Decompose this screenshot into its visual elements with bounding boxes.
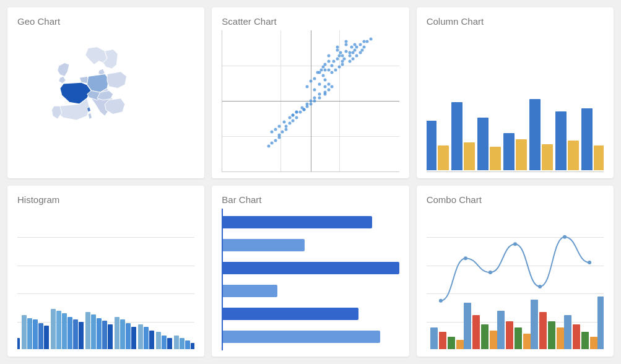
histogram-title: Histogram: [17, 194, 194, 205]
scatter-dot: [331, 71, 334, 74]
scatter-plot: [222, 30, 399, 172]
geo-map-svg: [17, 30, 194, 172]
bar-fill: [223, 216, 372, 228]
scatter-dot: [358, 51, 362, 54]
scatter-dot: [306, 102, 309, 105]
combo-line-dot: [513, 242, 517, 246]
scatter-dot: [352, 57, 355, 60]
column-bar-yellow: [594, 145, 604, 170]
column-bar-yellow: [542, 144, 553, 170]
scatter-dot: [313, 88, 316, 91]
combo-plot: [427, 209, 604, 350]
histo-bar: [27, 318, 32, 349]
scatter-dot: [306, 105, 309, 108]
scatter-dot: [295, 116, 298, 119]
histo-bar: [17, 338, 20, 349]
scatter-dot: [332, 60, 336, 63]
bar-fill: [223, 285, 277, 297]
scatter-dot: [292, 119, 295, 122]
scatter-dot: [271, 131, 274, 134]
bar-row: [223, 262, 399, 274]
scatter-dot: [355, 54, 358, 58]
scatter-dot: [277, 125, 280, 128]
histogram-area: [17, 209, 194, 350]
column-bar-blue: [529, 99, 541, 170]
scatter-dot: [318, 92, 321, 95]
column-group: [529, 99, 553, 170]
column-bar-blue: [581, 108, 593, 170]
column-chart-area: [427, 30, 604, 172]
histo-group: [85, 312, 113, 349]
histogram-card: Histogram: [7, 186, 204, 357]
column-bar-yellow: [438, 145, 449, 170]
histogram-plot: [17, 209, 194, 350]
combo-line-dot: [538, 285, 542, 288]
histo-bar: [33, 319, 38, 349]
histo-bar: [108, 324, 113, 349]
scatter-dot: [327, 68, 330, 71]
scatter-dot: [327, 88, 330, 91]
scatter-dot: [306, 85, 309, 89]
combo-line: [441, 237, 589, 301]
histogram-bars: [17, 309, 194, 349]
scatter-dot: [318, 82, 321, 85]
histo-bar: [85, 312, 90, 349]
scatter-dot: [327, 82, 330, 85]
column-bar-blue: [451, 102, 462, 170]
histo-bar: [191, 343, 194, 349]
scatter-dot: [316, 71, 319, 74]
scatter-dot: [348, 60, 351, 63]
bar-chart-area: [222, 209, 399, 350]
column-group: [451, 102, 475, 170]
scatter-dot: [362, 40, 365, 43]
scatter-dot: [336, 46, 339, 49]
bar-row: [223, 308, 399, 320]
histo-bar: [131, 327, 136, 349]
scatter-dot: [345, 50, 348, 53]
scatter-dot: [331, 64, 334, 67]
histo-bar: [115, 317, 119, 349]
column-chart-card: Column Chart: [417, 7, 614, 178]
column-bar-yellow: [464, 142, 475, 170]
histo-group: [22, 315, 49, 349]
scatter-dot: [354, 43, 357, 46]
scatter-dot: [309, 80, 312, 83]
combo-line-svg: [427, 209, 604, 350]
scatter-dot: [295, 111, 298, 114]
scatter-dot: [366, 40, 369, 43]
scatter-dot: [350, 46, 353, 49]
scatter-dot: [323, 68, 326, 71]
column-group: [477, 118, 501, 170]
column-bar-yellow: [568, 141, 579, 170]
column-chart-title: Column Chart: [427, 16, 604, 27]
column-bar-blue: [555, 111, 567, 170]
column-bar-blue: [477, 118, 489, 170]
scatter-dot: [300, 106, 303, 110]
scatter-dot: [341, 63, 344, 66]
bar-row: [223, 239, 399, 251]
scatter-dot: [348, 51, 351, 54]
scatter-dot: [337, 54, 341, 58]
histo-group: [115, 317, 136, 349]
scatter-dot: [370, 37, 373, 40]
scatter-dot: [323, 78, 326, 81]
column-bar-blue: [503, 133, 515, 170]
histo-group: [156, 332, 172, 349]
bar-fill: [223, 262, 399, 274]
geo-chart-area: [17, 30, 194, 172]
scatter-dot: [327, 54, 330, 58]
histo-bar: [149, 331, 154, 349]
histo-bar: [120, 319, 125, 349]
scatter-dot: [323, 85, 326, 89]
scatter-dot: [358, 43, 362, 46]
histo-bar: [91, 314, 96, 349]
scatter-dot: [313, 100, 316, 103]
column-group: [427, 121, 449, 170]
combo-chart-area: [427, 209, 604, 350]
histo-group: [51, 309, 84, 349]
bar-row: [223, 285, 399, 297]
scatter-dot: [341, 60, 344, 63]
scatter-dot: [336, 57, 339, 60]
bar-chart-card: Bar Chart: [212, 186, 409, 357]
histo-bar: [144, 327, 149, 349]
